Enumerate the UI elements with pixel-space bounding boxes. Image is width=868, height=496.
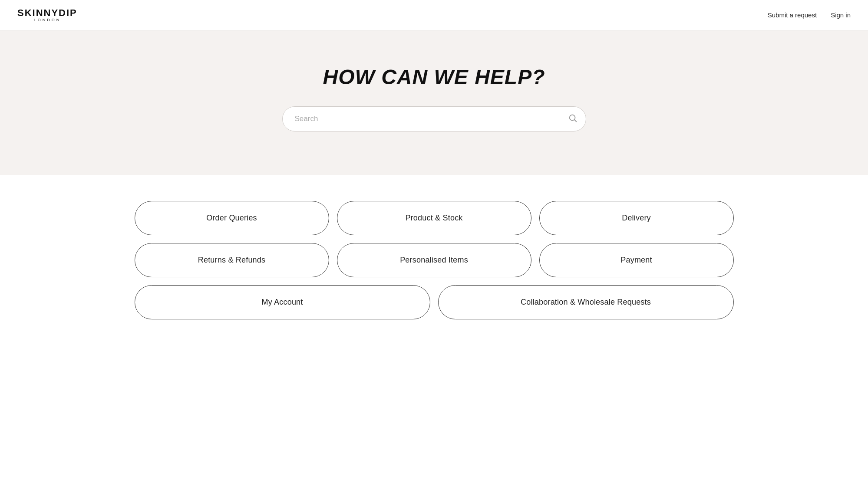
category-btn-personalised-items[interactable]: Personalised Items (337, 243, 531, 277)
category-btn-delivery[interactable]: Delivery (539, 201, 734, 235)
header: SKINNYDIP LONDON Submit a request Sign i… (0, 0, 868, 30)
hero-title: HOW CAN WE HELP? (323, 65, 545, 89)
logo-sub-text: LONDON (17, 18, 77, 22)
sign-in-link[interactable]: Sign in (831, 11, 851, 19)
category-btn-collaboration-wholesale[interactable]: Collaboration & Wholesale Requests (438, 285, 734, 319)
categories-bottom-row: My AccountCollaboration & Wholesale Requ… (135, 285, 734, 319)
search-container (282, 106, 586, 131)
categories-grid: Order QueriesProduct & StockDeliveryRetu… (135, 201, 734, 277)
search-input[interactable] (282, 106, 586, 131)
logo-main-text: SKINNYDIP (17, 8, 77, 18)
category-btn-payment[interactable]: Payment (539, 243, 734, 277)
category-btn-my-account[interactable]: My Account (135, 285, 430, 319)
hero-section: HOW CAN WE HELP? (0, 30, 868, 175)
category-btn-returns-refunds[interactable]: Returns & Refunds (135, 243, 329, 277)
submit-request-link[interactable]: Submit a request (768, 11, 817, 19)
category-btn-product-stock[interactable]: Product & Stock (337, 201, 531, 235)
category-btn-order-queries[interactable]: Order Queries (135, 201, 329, 235)
categories-section: Order QueriesProduct & StockDeliveryRetu… (0, 175, 868, 354)
logo[interactable]: SKINNYDIP LONDON (17, 8, 77, 22)
header-nav: Submit a request Sign in (768, 11, 851, 19)
